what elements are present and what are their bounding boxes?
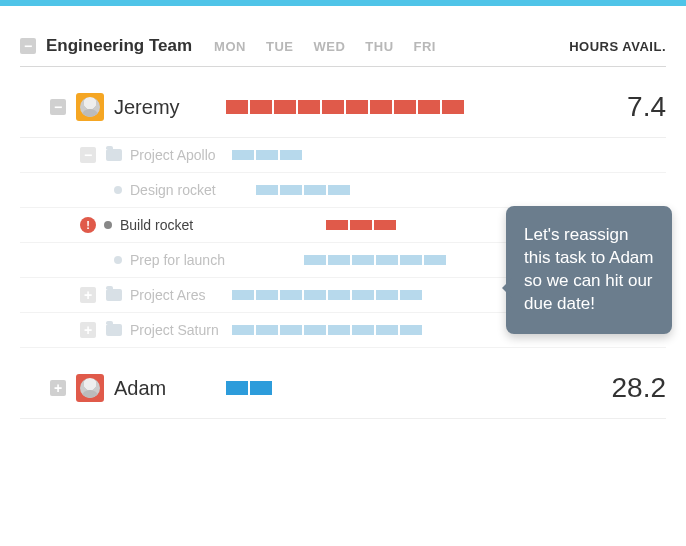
day-header: WED [313, 39, 345, 54]
task-dot-icon [104, 221, 112, 229]
folder-icon [106, 149, 122, 161]
task-name-col: Project Saturn [106, 322, 232, 338]
project-label: Project Ares [130, 287, 205, 303]
task-label: Build rocket [120, 217, 193, 233]
day-header: FRI [414, 39, 436, 54]
task-row[interactable]: Design rocket [20, 173, 666, 208]
task-name-col: Design rocket [114, 182, 232, 198]
task-name-col: Build rocket [104, 217, 230, 233]
team-title: Engineering Team [46, 36, 192, 56]
avatar-image [80, 378, 100, 398]
hours-available-value: 28.2 [586, 372, 666, 404]
project-label: Project Apollo [130, 147, 216, 163]
workload-bar [226, 98, 586, 116]
folder-icon [106, 289, 122, 301]
collapse-project-toggle[interactable]: + [80, 322, 96, 338]
collapse-project-toggle[interactable]: − [80, 147, 96, 163]
task-name-col: Project Ares [106, 287, 232, 303]
day-header: MON [214, 39, 246, 54]
task-bar [232, 185, 666, 195]
collapse-project-toggle[interactable]: + [80, 287, 96, 303]
member-name-col: Jeremy [76, 93, 226, 121]
workload-bar [226, 379, 586, 397]
task-dot-icon [114, 186, 122, 194]
day-header: THU [365, 39, 393, 54]
collapse-team-toggle[interactable]: − [20, 38, 36, 54]
header-row: − Engineering Team MON TUE WED THU FRI H… [20, 6, 666, 67]
task-dot-icon [114, 256, 122, 264]
avatar-image [80, 97, 100, 117]
day-header: TUE [266, 39, 294, 54]
task-label: Design rocket [130, 182, 216, 198]
avatar[interactable] [76, 374, 104, 402]
task-name-col: Prep for launch [114, 252, 232, 268]
day-headers: MON TUE WED THU FRI [214, 39, 436, 54]
member-name: Adam [114, 377, 166, 400]
member-row-jeremy[interactable]: − Jeremy 7.4 [20, 67, 666, 138]
hours-available-value: 7.4 [586, 91, 666, 123]
hours-available-header: HOURS AVAIL. [569, 39, 666, 54]
page-container: − Engineering Team MON TUE WED THU FRI H… [0, 6, 686, 419]
tooltip-text: Let's reassign this task to Adam so we c… [524, 225, 653, 313]
avatar[interactable] [76, 93, 104, 121]
member-row-adam[interactable]: + Adam 28.2 [20, 348, 666, 419]
collapse-member-toggle[interactable]: − [50, 99, 66, 115]
task-label: Prep for launch [130, 252, 225, 268]
alert-icon: ! [80, 217, 96, 233]
project-label: Project Saturn [130, 322, 219, 338]
task-name-col: Project Apollo [106, 147, 232, 163]
expand-member-toggle[interactable]: + [50, 380, 66, 396]
member-name-col: Adam [76, 374, 226, 402]
folder-icon [106, 324, 122, 336]
task-bar [232, 150, 666, 160]
project-row[interactable]: − Project Apollo [20, 138, 666, 173]
member-name: Jeremy [114, 96, 180, 119]
reassign-tooltip: Let's reassign this task to Adam so we c… [506, 206, 672, 334]
